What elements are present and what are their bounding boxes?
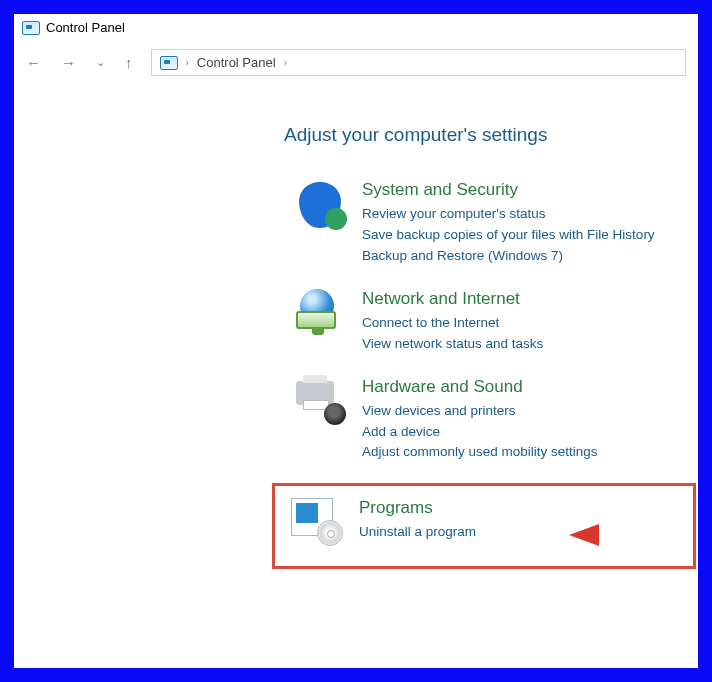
shield-icon (294, 180, 346, 228)
link-devices-printers[interactable]: View devices and printers (362, 401, 598, 422)
breadcrumb-root[interactable]: Control Panel (197, 55, 276, 70)
category-hardware-sound: Hardware and Sound View devices and prin… (294, 377, 678, 464)
control-panel-icon (160, 56, 178, 70)
page-heading: Adjust your computer's settings (284, 124, 678, 146)
category-title[interactable]: Network and Internet (362, 289, 543, 309)
link-file-history[interactable]: Save backup copies of your files with Fi… (362, 225, 655, 246)
forward-button[interactable]: → (61, 55, 76, 70)
navbar: ← → ⌄ ↑ › Control Panel › (14, 41, 698, 84)
printer-icon (294, 377, 346, 425)
content-area: Adjust your computer's settings System a… (14, 84, 698, 668)
link-backup-restore[interactable]: Backup and Restore (Windows 7) (362, 246, 655, 267)
link-mobility-settings[interactable]: Adjust commonly used mobility settings (362, 442, 598, 463)
link-network-status[interactable]: View network status and tasks (362, 334, 543, 355)
globe-icon (294, 289, 346, 337)
category-network-internet: Network and Internet Connect to the Inte… (294, 289, 678, 355)
recent-dropdown[interactable]: ⌄ (96, 57, 105, 68)
programs-icon (291, 498, 343, 546)
category-list: System and Security Review your computer… (294, 180, 678, 569)
link-uninstall-program[interactable]: Uninstall a program (359, 522, 476, 543)
chevron-right-icon: › (284, 57, 287, 68)
titlebar: Control Panel (14, 14, 698, 41)
control-panel-window: Control Panel ← → ⌄ ↑ › Control Panel › … (14, 14, 698, 668)
category-title[interactable]: Programs (359, 498, 476, 518)
arrow-icon (569, 520, 655, 550)
link-connect-internet[interactable]: Connect to the Internet (362, 313, 543, 334)
category-title[interactable]: Hardware and Sound (362, 377, 598, 397)
link-review-status[interactable]: Review your computer's status (362, 204, 655, 225)
control-panel-icon (22, 21, 40, 35)
address-bar[interactable]: › Control Panel › (151, 49, 687, 76)
link-add-device[interactable]: Add a device (362, 422, 598, 443)
up-button[interactable]: ↑ (125, 55, 133, 70)
window-title: Control Panel (46, 20, 125, 35)
nav-controls: ← → ⌄ ↑ (26, 55, 133, 70)
category-system-security: System and Security Review your computer… (294, 180, 678, 267)
category-title[interactable]: System and Security (362, 180, 655, 200)
back-button[interactable]: ← (26, 55, 41, 70)
chevron-right-icon: › (186, 57, 189, 68)
highlight-box: Programs Uninstall a program (272, 483, 696, 569)
